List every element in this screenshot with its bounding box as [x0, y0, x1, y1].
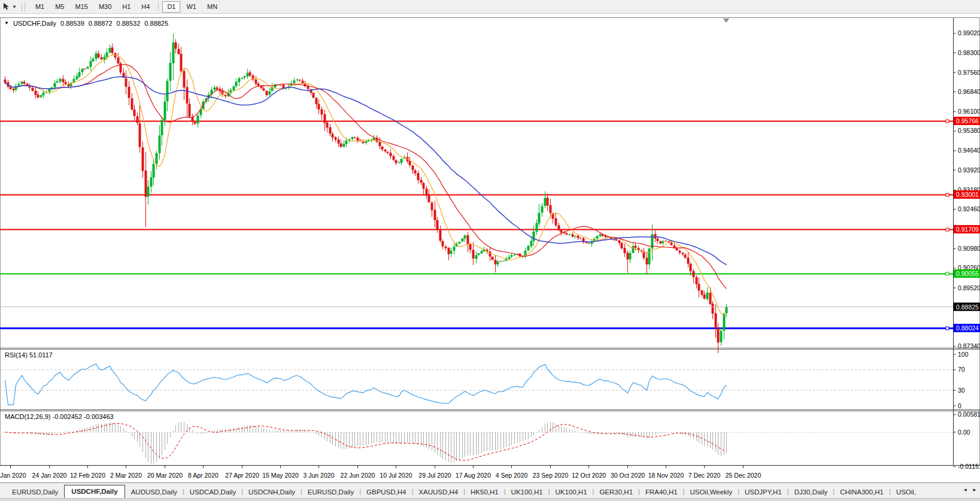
svg-text:0.005818: 0.005818	[958, 411, 980, 418]
chart-symbol-period: USDCHF,Daily	[13, 20, 56, 27]
svg-text:0.88825: 0.88825	[956, 303, 979, 311]
symbol-tab-hk50-h1[interactable]: HK50,H1	[466, 486, 503, 498]
tabbar-bottom-strip	[0, 498, 980, 501]
svg-text:0.98300: 0.98300	[958, 49, 980, 56]
chart-collapse-icon[interactable]: ▼	[4, 20, 9, 26]
symbol-tab-fra40-h1[interactable]: FRA40,H1	[641, 486, 682, 498]
svg-text:12 Oct 2020: 12 Oct 2020	[572, 472, 606, 479]
svg-text:7 Dec 2020: 7 Dec 2020	[688, 472, 721, 479]
svg-text:0.93920: 0.93920	[958, 166, 980, 174]
svg-text:10 Jul 2020: 10 Jul 2020	[380, 472, 412, 479]
symbol-tab-audusd-daily[interactable]: AUDUSD,Daily	[126, 486, 182, 498]
chart-canvas[interactable]: 0.990200.983000.975600.968400.961000.953…	[0, 0, 980, 482]
symbol-tab-eurusd-daily[interactable]: EURUSD,Daily	[7, 486, 63, 498]
timeframe-button-mn[interactable]: MN	[202, 1, 222, 13]
timeframe-button-group: M1M5M15M30H1H4D1W1MN	[30, 1, 223, 13]
symbol-tab-usoil-weekly[interactable]: USOil,Weekly	[685, 486, 737, 498]
symbol-tab-usdjpy-h1[interactable]: USDJPY,H1	[740, 486, 787, 498]
symbol-tab-usdchf-daily[interactable]: USDCHF,Daily	[64, 485, 125, 498]
svg-text:70: 70	[958, 366, 965, 373]
svg-text:29 Jul 2020: 29 Jul 2020	[418, 472, 451, 479]
hline-handle	[946, 120, 949, 123]
svg-text:0.92460: 0.92460	[958, 205, 980, 212]
timeframe-button-m1[interactable]: M1	[31, 1, 49, 13]
timeframe-button-m5[interactable]: M5	[50, 1, 69, 13]
tab-scroll-left-icon[interactable]: ◄	[963, 487, 967, 493]
symbol-tab-uk100-h1[interactable]: UK100,H1	[506, 486, 548, 498]
tab-scroll-arrows: ◄ ►	[963, 487, 977, 493]
svg-text:0.96840: 0.96840	[958, 88, 980, 95]
svg-text:0.90980: 0.90980	[958, 245, 980, 252]
svg-text:3 Jun 2020: 3 Jun 2020	[304, 472, 335, 479]
symbol-tab-gbpusd-h4[interactable]: GBPUSD,H4	[362, 486, 411, 498]
trading-platform-window: ▼ M1M5M15M30H1H4D1W1MN 0.990200.983000.9…	[0, 0, 980, 501]
macd-indicator-label: MACD(12,26,9) -0.002452 -0.003463	[5, 413, 114, 420]
hline-handle	[946, 272, 949, 275]
svg-text:30 Oct 2020: 30 Oct 2020	[611, 472, 645, 479]
svg-text:23 Sep 2020: 23 Sep 2020	[533, 472, 569, 479]
top-toolbar: ▼ M1M5M15M30H1H4D1W1MN	[0, 0, 980, 14]
toolbar-separator	[158, 2, 159, 11]
svg-text:30: 30	[958, 387, 965, 394]
symbol-tab-xauusd-h4[interactable]: XAUUSD,H4	[414, 486, 463, 498]
svg-text:17 Aug 2020: 17 Aug 2020	[456, 472, 491, 479]
svg-text:0.90055: 0.90055	[956, 270, 979, 277]
svg-text:18 Nov 2020: 18 Nov 2020	[648, 472, 684, 479]
rsi-indicator-label: RSI(14) 51.0117	[5, 351, 53, 359]
svg-text:12 Feb 2020: 12 Feb 2020	[70, 472, 105, 479]
symbol-tab-usdcad-daily[interactable]: USDCAD,Daily	[185, 486, 241, 498]
tab-scroll-right-icon[interactable]: ►	[972, 487, 977, 493]
svg-text:0.91709: 0.91709	[956, 226, 979, 233]
quote-close: 0.88825	[144, 20, 168, 27]
svg-text:24 Jan 2020: 24 Jan 2020	[32, 472, 67, 479]
svg-text:-0.011514: -0.011514	[958, 463, 980, 470]
svg-text:0.89520: 0.89520	[958, 284, 980, 292]
svg-text:22 Jun 2020: 22 Jun 2020	[341, 472, 375, 479]
timeframe-button-m30[interactable]: M30	[94, 1, 116, 13]
symbol-tab-dj30-daily[interactable]: DJ30,Daily	[790, 486, 833, 498]
svg-text:0.95380: 0.95380	[958, 127, 980, 134]
svg-text:25 Dec 2020: 25 Dec 2020	[726, 472, 761, 479]
symbol-tab-uk100-h1[interactable]: UK100,H1	[551, 486, 592, 498]
svg-text:20 Mar 2020: 20 Mar 2020	[147, 472, 183, 479]
symbol-tab-bar: EURUSD,DailyUSDCHF,DailyAUDUSD,Daily|USD…	[0, 482, 980, 501]
toolbar-grip[interactable]	[22, 2, 25, 11]
svg-text:15 May 2020: 15 May 2020	[262, 472, 299, 479]
svg-text:8 Apr 2020: 8 Apr 2020	[188, 472, 219, 479]
svg-text:0.94640: 0.94640	[958, 147, 980, 154]
timeframe-button-h1[interactable]: H1	[117, 1, 135, 13]
cursor-tool-dropdown-icon[interactable]: ▼	[12, 4, 17, 10]
svg-text:0: 0	[958, 402, 961, 409]
svg-text:0.88024: 0.88024	[956, 324, 979, 332]
svg-text:6 Jan 2020: 6 Jan 2020	[0, 472, 26, 479]
quote-low: 0.88532	[117, 20, 141, 27]
svg-text:0.87340: 0.87340	[958, 342, 980, 350]
chart-title: ▼ USDCHF,Daily 0.88539 0.88872 0.88532 0…	[4, 20, 168, 27]
timeframe-button-m15[interactable]: M15	[70, 1, 92, 13]
svg-text:0.96100: 0.96100	[958, 108, 980, 115]
symbol-tab-list: EURUSD,DailyUSDCHF,DailyAUDUSD,Daily|USD…	[0, 483, 956, 498]
hline-handle	[946, 228, 949, 231]
svg-text:27 Apr 2020: 27 Apr 2020	[225, 472, 259, 479]
svg-text:0.00: 0.00	[958, 429, 970, 436]
symbol-tab-ger30-h1[interactable]: GER30,H1	[594, 486, 638, 498]
hline-handle	[946, 193, 949, 196]
svg-text:0.97560: 0.97560	[958, 69, 980, 76]
symbol-tab-china300-h1[interactable]: CHINA300,H1	[835, 486, 888, 498]
svg-text:0.99020: 0.99020	[958, 29, 980, 37]
svg-text:4 Sep 2020: 4 Sep 2020	[496, 472, 528, 479]
symbol-tab-usoil[interactable]: USOil,	[891, 486, 921, 498]
quote-high: 0.88872	[89, 20, 113, 27]
symbol-tab-usdcnh-daily[interactable]: USDCNH,Daily	[244, 486, 300, 498]
svg-text:0.95766: 0.95766	[956, 117, 979, 125]
hline-handle	[946, 327, 949, 330]
svg-text:0.93001: 0.93001	[956, 191, 979, 198]
quote-open: 0.88539	[60, 20, 84, 27]
svg-text:100: 100	[958, 351, 969, 358]
timeframe-button-d1[interactable]: D1	[162, 1, 180, 13]
cursor-tool-icon[interactable]	[1, 1, 12, 12]
timeframe-button-h4[interactable]: H4	[136, 1, 154, 13]
timeframe-button-w1[interactable]: W1	[181, 1, 201, 13]
symbol-tab-eurusd-daily[interactable]: EURUSD,Daily	[303, 486, 359, 498]
svg-text:2 Mar 2020: 2 Mar 2020	[110, 472, 142, 479]
